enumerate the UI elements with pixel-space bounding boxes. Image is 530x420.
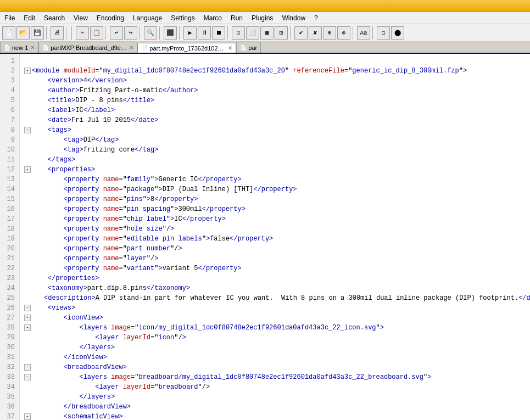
- toolbar-btn-23[interactable]: ▦: [260, 26, 274, 40]
- toolbar-btn-29[interactable]: ⊗: [337, 26, 350, 40]
- line-indent-27: [32, 313, 64, 323]
- tab-part4[interactable]: 📄par: [236, 42, 261, 53]
- menu-item-file[interactable]: File: [0, 13, 19, 23]
- line-indent-3: [32, 76, 48, 86]
- fold-btn-8[interactable]: -: [24, 127, 31, 133]
- toolbar-separator: [71, 26, 74, 40]
- line-num-22: 22: [2, 264, 15, 273]
- fold-placeholder-19: [24, 234, 32, 244]
- toolbar-btn-24[interactable]: ⊡: [275, 26, 288, 40]
- fold-btn-32[interactable]: -: [24, 364, 31, 371]
- fold-btn-28[interactable]: -: [24, 324, 31, 331]
- code-line-18: <property name="hole size"/>: [24, 224, 526, 234]
- menu-item-encoding[interactable]: Encoding: [92, 13, 129, 23]
- line-num-11: 11: [2, 155, 15, 165]
- menu-item-run[interactable]: Run: [226, 13, 247, 23]
- toolbar-btn-17[interactable]: ▶: [183, 26, 197, 40]
- toolbar-separator: [140, 26, 142, 40]
- fold-placeholder-25: [24, 293, 28, 303]
- line-code-27: <iconView>: [64, 313, 103, 323]
- line-indent-22: [32, 264, 64, 273]
- fold-btn-12[interactable]: -: [24, 166, 31, 173]
- fold-placeholder-10: [24, 145, 32, 155]
- menu-item-settings[interactable]: Settings: [166, 13, 199, 23]
- fold-btn-26[interactable]: -: [24, 305, 31, 311]
- fold-btn-27[interactable]: -: [24, 315, 31, 321]
- toolbar-btn-22[interactable]: ⬜: [246, 26, 259, 40]
- code-line-6: <label>IC</label>: [24, 105, 526, 115]
- toolbar-btn-28[interactable]: ⊕: [323, 26, 336, 40]
- editor: 1234567891011121314151617181920212223242…: [0, 54, 530, 420]
- fold-placeholder-18: [24, 224, 32, 234]
- line-indent-19: [32, 234, 64, 244]
- toolbar-btn-8[interactable]: 📋: [90, 26, 103, 40]
- toolbar-btn-19[interactable]: ⏹: [212, 26, 225, 40]
- toolbar-btn-2[interactable]: 💾: [31, 26, 44, 40]
- menu-item-marco[interactable]: Marco: [199, 13, 226, 23]
- toolbar-btn-34[interactable]: ⬤: [391, 26, 404, 40]
- fold-placeholder-34: [24, 382, 32, 392]
- toolbar-btn-33[interactable]: ◻: [377, 26, 390, 40]
- fold-placeholder-30: [24, 343, 32, 352]
- toolbar-btn-31[interactable]: Aa: [357, 26, 370, 40]
- tab-close-partMyProto[interactable]: ✕: [228, 45, 232, 51]
- toolbar-btn-1[interactable]: 📂: [16, 26, 30, 40]
- menu-item-language[interactable]: Language: [129, 13, 166, 23]
- menu-item-?[interactable]: ?: [310, 13, 322, 23]
- line-indent-14: [32, 184, 64, 194]
- code-line-2: -<module moduleId="my_digital_1dc0f80748…: [24, 66, 526, 76]
- tab-new1[interactable]: 📄new 1✕: [0, 42, 38, 53]
- line-code-17: <property name="chip label">IC</property…: [64, 214, 226, 224]
- line-num-25: 25: [2, 293, 15, 303]
- tab-partMyProto[interactable]: 📄part.myProto_17362d102d56cc9304f4463b61…: [137, 43, 236, 54]
- line-num-5: 5: [2, 96, 15, 105]
- line-code-12: <properties>: [48, 165, 95, 175]
- menu-item-search[interactable]: Search: [40, 13, 69, 23]
- line-indent-33: [32, 372, 79, 382]
- tab-close-new1[interactable]: ✕: [30, 44, 35, 51]
- toolbar-btn-11[interactable]: ↪: [124, 26, 137, 40]
- line-num-26: 26: [2, 303, 15, 313]
- menu-item-window[interactable]: Window: [277, 13, 310, 23]
- line-code-15: <property name="pins">8</property>: [64, 194, 198, 204]
- toolbar-btn-15[interactable]: ⬛: [164, 26, 177, 40]
- code-line-12: - <properties>: [24, 165, 526, 175]
- line-num-16: 16: [2, 204, 15, 214]
- toolbar-btn-13[interactable]: 🔍: [144, 26, 157, 40]
- tab-partMXP[interactable]: 📄partMXP Breadboard_d9e0765e8bacb0119c0f…: [38, 42, 137, 53]
- code-line-26: - <views>: [24, 303, 526, 313]
- line-num-24: 24: [2, 283, 15, 293]
- line-indent-37: [32, 412, 64, 420]
- code-line-33: - <layers image="breadboard/my_digital_1…: [24, 372, 526, 382]
- line-num-8: 8: [2, 125, 15, 135]
- fold-btn-2[interactable]: -: [24, 68, 31, 74]
- line-code-8: <tags>: [48, 125, 71, 135]
- toolbar-separator: [179, 26, 181, 40]
- toolbar-btn-4[interactable]: 🖨: [51, 26, 64, 40]
- line-num-35: 35: [2, 392, 15, 402]
- toolbar-btn-7[interactable]: ✂: [76, 26, 89, 40]
- line-num-1: 1: [2, 56, 15, 66]
- code-line-22: <property name="variant">variant 5</prop…: [24, 264, 526, 273]
- fold-btn-37[interactable]: -: [24, 413, 31, 420]
- menu-item-edit[interactable]: Edit: [19, 13, 40, 23]
- fold-placeholder-35: [24, 392, 32, 402]
- line-indent-17: [32, 214, 64, 224]
- code-content[interactable]: -<module moduleId="my_digital_1dc0f80748…: [20, 54, 530, 420]
- line-num-37: 37: [2, 412, 15, 420]
- toolbar-btn-10[interactable]: ↩: [110, 26, 123, 40]
- fold-btn-33[interactable]: -: [24, 374, 31, 380]
- line-code-14: <property name="package">DIP (Dual Inlin…: [64, 184, 297, 194]
- toolbar-btn-26[interactable]: ✔: [294, 26, 308, 40]
- toolbar-btn-18[interactable]: ⏸: [198, 26, 211, 40]
- code-line-9: <tag>DIP</tag>: [24, 135, 526, 145]
- toolbar-btn-0[interactable]: 📄: [2, 26, 15, 40]
- toolbar-separator: [353, 26, 355, 40]
- menu-item-view[interactable]: View: [69, 13, 92, 23]
- code-line-36: </breadboardView>: [24, 402, 526, 412]
- toolbar-btn-27[interactable]: ✘: [309, 26, 322, 40]
- toolbar-btn-21[interactable]: ☑: [232, 26, 245, 40]
- tab-close-partMXP[interactable]: ✕: [129, 44, 133, 51]
- line-code-34: <layer layerId="breadboard"/>: [95, 382, 210, 392]
- menu-item-plugins[interactable]: Plugins: [247, 13, 277, 23]
